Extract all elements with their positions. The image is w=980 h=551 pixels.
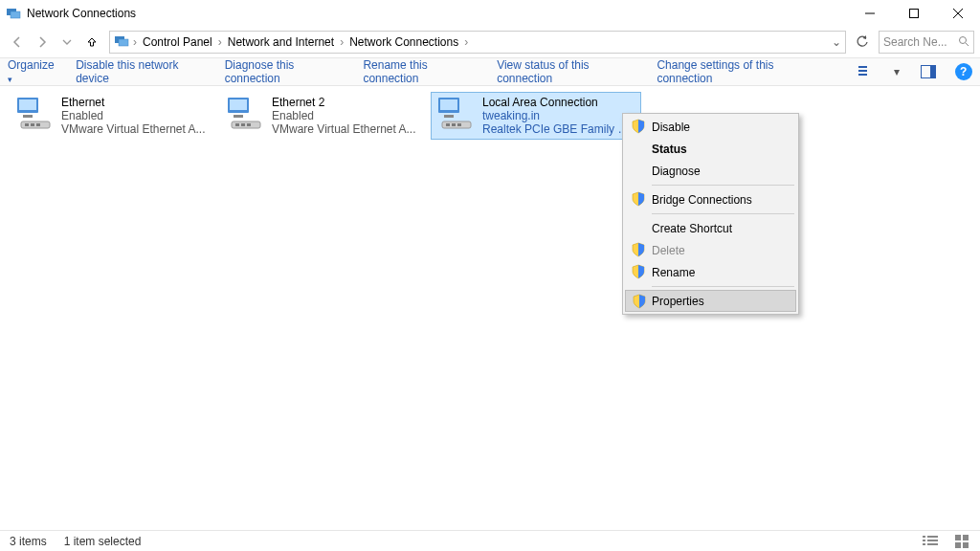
search-icon (958, 35, 969, 50)
ctx-label: Diagnose (652, 165, 701, 178)
cmd-change-settings[interactable]: Change settings of this connection (657, 58, 822, 85)
ctx-delete: Delete (625, 239, 796, 261)
ctx-label: Status (652, 143, 687, 156)
svg-rect-27 (241, 123, 245, 126)
ctx-disable[interactable]: Disable (625, 116, 796, 138)
nav-arrows (6, 31, 103, 54)
minimize-button[interactable] (848, 0, 892, 27)
svg-rect-43 (963, 535, 969, 540)
cmd-rename[interactable]: Rename this connection (363, 58, 479, 85)
svg-rect-1 (11, 11, 20, 18)
cmd-view-status[interactable]: View status of this connection (497, 58, 639, 85)
adapter-name: Local Area Connection (482, 96, 635, 109)
network-adapter-icon (436, 96, 475, 130)
search-input[interactable]: Search Ne... (879, 31, 974, 54)
chevron-right-icon: › (464, 35, 468, 49)
history-dropdown-icon[interactable]: ⌄ (832, 35, 841, 49)
ctx-bridge[interactable]: Bridge Connections (625, 188, 796, 210)
recent-dropdown[interactable] (56, 31, 78, 54)
content-area: Ethernet Enabled VMware Virtual Ethernet… (0, 86, 980, 530)
close-button[interactable] (936, 0, 980, 27)
ctx-label: Properties (652, 295, 704, 308)
adapter-name: Ethernet (61, 96, 206, 109)
network-adapter-icon (15, 96, 54, 130)
svg-rect-21 (36, 123, 40, 126)
separator (652, 185, 794, 186)
ctx-status[interactable]: Status (625, 138, 796, 160)
ctx-label: Create Shortcut (652, 222, 732, 235)
ctx-diagnose[interactable]: Diagnose (625, 160, 796, 182)
crumb-control-panel[interactable]: Control Panel (141, 35, 214, 49)
svg-rect-24 (234, 115, 243, 118)
chevron-right-icon: › (340, 35, 344, 49)
large-icons-view-icon[interactable] (955, 534, 970, 549)
svg-rect-36 (923, 536, 925, 538)
status-selected-count: 1 item selected (64, 535, 142, 548)
cmd-diagnose[interactable]: Diagnose this connection (225, 58, 346, 85)
svg-rect-7 (119, 39, 128, 46)
network-adapter-icon (226, 96, 264, 130)
svg-rect-3 (910, 10, 919, 18)
ctx-shortcut[interactable]: Create Shortcut (625, 217, 796, 239)
svg-rect-20 (31, 123, 34, 126)
svg-rect-35 (457, 123, 461, 126)
preview-pane-button[interactable] (919, 62, 937, 81)
adapter-device: Realtek PCIe GBE Family C... (482, 122, 635, 136)
adapter-status: tweaking.in (482, 109, 635, 122)
adapter-item[interactable]: Ethernet Enabled VMware Virtual Ethernet… (10, 92, 220, 140)
chevron-right-icon: › (133, 35, 137, 49)
svg-rect-14 (930, 66, 935, 77)
svg-line-9 (966, 43, 969, 46)
svg-rect-42 (955, 535, 961, 540)
status-item-count: 3 items (10, 535, 47, 548)
app-icon (6, 6, 21, 21)
ctx-rename[interactable]: Rename (625, 261, 796, 283)
svg-rect-37 (927, 536, 938, 538)
crumb-network-internet[interactable]: Network and Internet (226, 35, 336, 49)
svg-rect-16 (19, 99, 36, 110)
search-placeholder: Search Ne... (883, 35, 947, 49)
maximize-button[interactable] (892, 0, 936, 27)
svg-rect-41 (927, 543, 938, 545)
shield-icon (632, 294, 647, 309)
forward-button[interactable] (31, 31, 54, 54)
adapter-item[interactable]: Ethernet 2 Enabled VMware Virtual Ethern… (220, 92, 431, 140)
location-icon (114, 33, 129, 52)
separator (652, 213, 794, 214)
title-bar: Network Connections (0, 0, 980, 27)
adapter-item-selected[interactable]: Local Area Connection tweaking.in Realte… (431, 92, 641, 140)
view-dropdown-icon[interactable]: ▾ (893, 62, 902, 81)
cmd-disable-device[interactable]: Disable this network device (76, 58, 207, 85)
up-button[interactable] (80, 31, 103, 54)
adapter-status: Enabled (272, 109, 416, 122)
view-options-button[interactable] (858, 62, 876, 81)
refresh-button[interactable] (852, 32, 873, 53)
help-button[interactable]: ? (954, 62, 972, 81)
ctx-label: Rename (652, 266, 695, 279)
chevron-right-icon: › (218, 35, 222, 49)
details-view-icon[interactable] (923, 534, 938, 549)
svg-rect-33 (446, 123, 450, 126)
nav-row: › Control Panel › Network and Internet ›… (0, 27, 980, 57)
svg-rect-39 (927, 540, 938, 541)
svg-point-8 (960, 36, 967, 43)
svg-rect-40 (923, 543, 925, 545)
svg-rect-31 (444, 115, 454, 118)
window-title: Network Connections (27, 7, 136, 20)
organize-menu[interactable]: Organize (8, 58, 58, 85)
crumb-network-connections[interactable]: Network Connections (347, 35, 460, 49)
svg-rect-23 (230, 99, 247, 110)
svg-rect-28 (247, 123, 251, 126)
svg-rect-19 (25, 123, 29, 126)
svg-rect-34 (452, 123, 456, 126)
ctx-label: Disable (652, 121, 690, 134)
address-bar[interactable]: › Control Panel › Network and Internet ›… (109, 31, 846, 54)
svg-rect-45 (963, 542, 969, 548)
ctx-properties[interactable]: Properties (625, 290, 796, 312)
svg-rect-44 (955, 542, 961, 548)
back-button[interactable] (6, 31, 29, 54)
svg-rect-11 (858, 70, 867, 72)
ctx-label: Delete (652, 244, 685, 257)
separator (652, 286, 794, 287)
svg-rect-17 (23, 115, 33, 118)
